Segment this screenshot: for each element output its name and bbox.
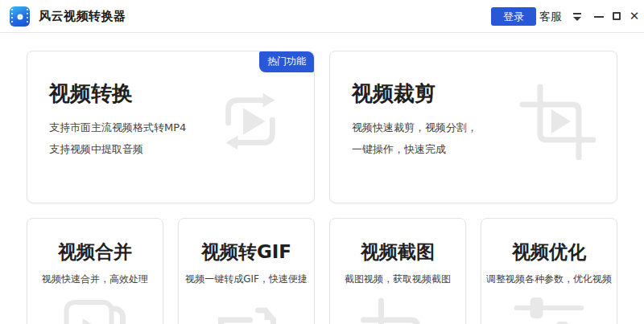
card-desc: 视频快速合并，高效处理	[27, 273, 163, 286]
card-title: 视频优化	[481, 240, 617, 265]
minimize-button[interactable]	[592, 0, 605, 33]
card-video-to-gif[interactable]: 视频转GIF 视频一键转成GIF，快速便捷	[178, 218, 315, 324]
convert-loop-play-icon	[216, 87, 285, 156]
app-title: 风云视频转换器	[39, 0, 126, 33]
card-title: 视频截图	[330, 240, 465, 265]
card-title: 视频合并	[27, 240, 163, 265]
card-desc: 调整视频各种参数，优化视频	[481, 273, 617, 286]
menu-dropdown-icon[interactable]	[572, 12, 582, 22]
maximize-button[interactable]	[610, 0, 623, 33]
gif-document-icon	[208, 296, 285, 324]
titlebar: 风云视频转换器 登录 客服 ✕	[0, 0, 644, 33]
card-desc: 视频一键转成GIF，快速便捷	[179, 273, 314, 286]
minimize-icon	[594, 16, 604, 18]
maximize-icon	[613, 12, 621, 20]
close-button[interactable]: ✕	[627, 0, 642, 33]
login-button[interactable]: 登录	[491, 7, 536, 26]
card-video-optimize[interactable]: 视频优化 调整视频各种参数，优化视频	[481, 218, 617, 324]
merge-frames-play-icon	[57, 296, 134, 324]
card-desc: 截图视频，获取视频截图	[330, 273, 465, 286]
card-title: 视频转GIF	[179, 240, 314, 265]
hot-feature-badge: 热门功能	[259, 51, 314, 72]
crop-play-icon	[518, 83, 596, 160]
card-video-screenshot[interactable]: 视频截图 截图视频，获取视频截图	[329, 218, 466, 324]
app-logo-icon	[10, 6, 30, 27]
card-video-merge[interactable]: 视频合并 视频快速合并，高效处理	[27, 218, 163, 324]
card-video-convert[interactable]: 热门功能 视频转换 支持市面主流视频格式转MP4 支持视频中提取音频	[27, 51, 315, 203]
support-link[interactable]: 客服	[539, 0, 562, 33]
card-video-crop[interactable]: 视频裁剪 视频快速裁剪，视频分割， 一键操作，快速完成	[329, 51, 617, 203]
app-window: 风云视频转换器 登录 客服 ✕ 热门功能 视频转换 支持市面主流视频格式转MP4…	[0, 0, 644, 324]
sliders-icon	[511, 296, 588, 324]
screenshot-crop-icon	[360, 296, 436, 324]
